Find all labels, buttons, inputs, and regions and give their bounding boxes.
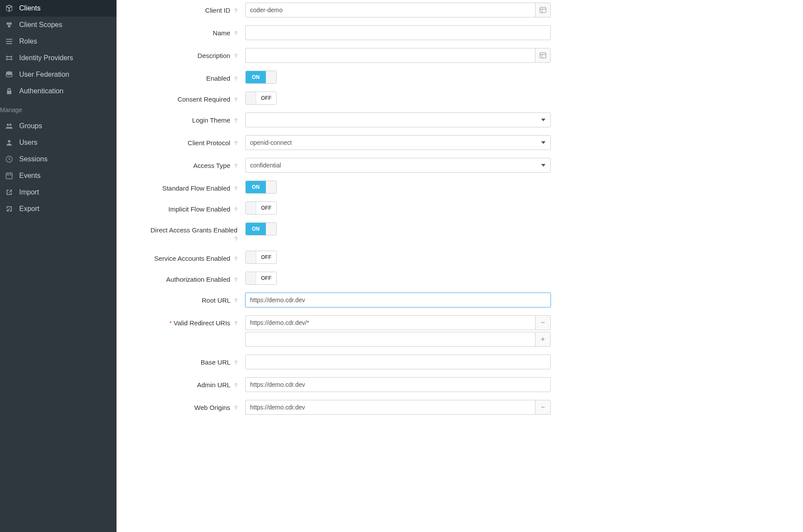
service-accounts-toggle[interactable]: ON OFF	[245, 251, 277, 264]
consent-required-toggle[interactable]: ON OFF	[245, 92, 277, 105]
direct-access-grants-toggle[interactable]: ON OFF	[245, 222, 277, 235]
clock-icon	[5, 156, 13, 163]
add-uri-button[interactable]: +	[535, 332, 551, 347]
label-web-origins: Web Origins ?	[134, 400, 245, 412]
help-icon[interactable]: ?	[234, 297, 237, 305]
svg-rect-3	[6, 39, 12, 40]
row-base-url: Base URL ?	[134, 355, 786, 369]
label-login-theme: Login Theme ?	[134, 113, 245, 125]
sidebar-item-groups[interactable]: Groups	[0, 118, 117, 134]
help-icon[interactable]: ?	[234, 405, 237, 412]
sidebar: Clients Client Scopes Roles Identity Pro…	[0, 0, 117, 532]
help-icon[interactable]: ?	[234, 7, 237, 15]
cube-icon	[5, 5, 13, 12]
row-valid-redirect-uris: *Valid Redirect URIs ? − +	[134, 315, 786, 347]
sidebar-item-roles[interactable]: Roles	[0, 33, 117, 50]
minus-icon: −	[541, 403, 545, 411]
sidebar-item-import[interactable]: Import	[0, 184, 117, 201]
sidebar-item-label: Roles	[19, 38, 37, 45]
help-icon[interactable]: ?	[234, 382, 237, 389]
client-protocol-select[interactable]: openid-connect	[245, 135, 551, 150]
sidebar-item-events[interactable]: Events	[0, 167, 117, 184]
row-enabled: Enabled ? ON OFF	[134, 71, 786, 84]
remove-origin-button[interactable]: −	[535, 400, 551, 415]
sidebar-item-authentication[interactable]: Authentication	[0, 83, 117, 99]
login-theme-select[interactable]	[245, 113, 551, 127]
help-icon[interactable]: ?	[234, 185, 237, 193]
sidebar-item-label: Authentication	[19, 87, 63, 95]
help-icon[interactable]: ?	[234, 30, 237, 38]
base-url-input[interactable]	[245, 355, 551, 369]
description-input[interactable]	[245, 48, 535, 63]
sidebar-item-export[interactable]: Export	[0, 201, 117, 217]
help-icon[interactable]: ?	[234, 320, 237, 327]
label-client-protocol: Client Protocol ?	[134, 135, 245, 147]
help-icon[interactable]: ?	[234, 53, 237, 60]
sidebar-section-manage: Manage	[0, 99, 117, 118]
row-description: Description ?	[134, 48, 786, 63]
user-icon	[5, 139, 13, 146]
enabled-toggle[interactable]: ON OFF	[245, 71, 277, 84]
help-icon[interactable]: ?	[234, 235, 237, 243]
admin-url-input[interactable]	[245, 377, 551, 392]
help-icon[interactable]: ?	[234, 163, 237, 170]
row-client-id: Client ID ?	[134, 0, 786, 17]
access-type-select[interactable]: confidential	[245, 158, 551, 173]
sidebar-item-users[interactable]: Users	[0, 134, 117, 151]
sidebar-item-identity-providers[interactable]: Identity Providers	[0, 50, 117, 66]
row-web-origins: Web Origins ? −	[134, 400, 786, 415]
sidebar-item-sessions[interactable]: Sessions	[0, 151, 117, 167]
group-icon	[5, 123, 13, 130]
row-admin-url: Admin URL ?	[134, 377, 786, 392]
label-name: Name ?	[134, 25, 245, 38]
help-icon[interactable]: ?	[234, 117, 237, 125]
sidebar-item-label: Events	[19, 172, 41, 180]
client-id-input[interactable]	[245, 3, 535, 17]
sidebar-item-label: Identity Providers	[19, 54, 73, 62]
localize-icon[interactable]	[535, 48, 551, 63]
sidebar-item-client-scopes[interactable]: Client Scopes	[0, 17, 117, 33]
localize-icon[interactable]	[535, 3, 551, 17]
help-icon[interactable]: ?	[234, 206, 237, 214]
help-icon[interactable]: ?	[234, 359, 237, 367]
label-enabled: Enabled ?	[134, 71, 245, 83]
label-standard-flow: Standard Flow Enabled ?	[134, 181, 245, 193]
help-icon[interactable]: ?	[234, 256, 237, 263]
sidebar-item-user-federation[interactable]: User Federation	[0, 66, 117, 83]
help-icon[interactable]: ?	[234, 140, 237, 147]
sidebar-item-label: Groups	[19, 122, 42, 130]
sidebar-item-label: Users	[19, 139, 38, 147]
svg-rect-5	[6, 43, 12, 44]
root-url-input[interactable]	[245, 293, 551, 307]
name-input[interactable]	[245, 25, 551, 40]
help-icon[interactable]: ?	[234, 75, 237, 83]
minus-icon: −	[541, 319, 545, 327]
standard-flow-toggle[interactable]: ON OFF	[245, 181, 277, 194]
sidebar-item-clients[interactable]: Clients	[0, 0, 117, 17]
label-root-url: Root URL ?	[134, 293, 245, 305]
svg-point-0	[7, 22, 9, 25]
label-valid-redirect-uris: *Valid Redirect URIs ?	[134, 315, 245, 327]
list-icon	[5, 38, 13, 45]
calendar-icon	[5, 172, 13, 179]
svg-point-1	[9, 22, 12, 25]
remove-uri-button[interactable]: −	[535, 315, 551, 330]
valid-redirect-uri-input-new[interactable]	[245, 332, 535, 347]
sidebar-item-label: Export	[19, 205, 39, 213]
help-icon[interactable]: ?	[234, 276, 237, 284]
implicit-flow-toggle[interactable]: ON OFF	[245, 201, 277, 215]
help-icon[interactable]: ?	[234, 96, 237, 104]
label-consent-required: Consent Required ?	[134, 92, 245, 104]
authorization-enabled-toggle[interactable]: ON OFF	[245, 272, 277, 285]
row-name: Name ?	[134, 25, 786, 40]
import-icon	[5, 189, 13, 196]
sidebar-item-label: Client Scopes	[19, 21, 62, 29]
plus-icon: +	[541, 335, 545, 343]
svg-point-8	[10, 124, 12, 126]
valid-redirect-uri-input[interactable]	[245, 315, 535, 330]
label-direct-access-grants: Direct Access Grants Enabled ?	[134, 222, 245, 243]
sidebar-item-label: Clients	[19, 4, 41, 12]
sidebar-item-label: Sessions	[19, 155, 48, 163]
web-origin-input[interactable]	[245, 400, 535, 415]
row-login-theme: Login Theme ?	[134, 113, 786, 127]
